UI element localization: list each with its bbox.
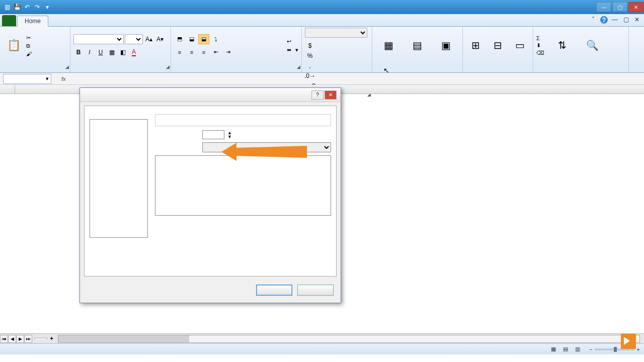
number-format-combo[interactable] [305,28,367,38]
delete-cells-button[interactable]: ⊟ [488,39,508,52]
cancel-button[interactable] [297,285,334,296]
format-cells-dialog: ? ✕ ▲▼ [79,87,341,303]
cell-styles-icon: ▣ [441,39,451,51]
decrease-indent-icon[interactable]: ⇤ [210,47,221,57]
increase-font-icon[interactable]: A▴ [144,34,154,44]
category-list[interactable] [90,119,148,238]
align-left-icon[interactable]: ≡ [174,47,185,57]
minimize-ribbon-icon[interactable]: ˅ [589,16,597,24]
font-size-combo[interactable] [125,34,143,44]
alignment-launcher-icon[interactable]: ◢ [297,64,300,69]
tab-home[interactable]: Home [17,16,48,27]
format-cells-button[interactable]: ▭ [510,39,530,52]
paste-button[interactable]: 📋 [3,39,24,53]
logo-icon [621,334,636,349]
merge-center-button[interactable]: ⬌▾ [287,47,298,53]
close-button[interactable]: ✕ [628,2,643,12]
title-bar: ▥ 💾 ↶ ↷ ▾ — ▢ ✕ [0,0,644,14]
clipboard-launcher-icon[interactable]: ◢ [65,64,69,69]
font-color-button[interactable]: A [129,47,139,57]
sheet-nav-last-icon[interactable]: ⏭ [24,335,32,343]
orientation-icon[interactable]: ⤵ [210,34,221,44]
excel-icon: ▥ [3,3,11,11]
fill-button[interactable]: ⬇ [536,42,546,49]
sort-icon: ⇅ [558,39,567,51]
view-normal-icon[interactable]: ▦ [551,346,556,352]
redo-icon[interactable]: ↷ [33,3,41,11]
sort-filter-button[interactable]: ⇅ [548,39,576,52]
merge-icon: ⬌ [287,47,291,53]
copy-icon: ⧉ [26,43,30,49]
negative-numbers-list[interactable] [155,155,331,216]
exceljet-logo [618,334,636,349]
formula-input[interactable] [74,75,644,82]
sheet-nav-prev-icon[interactable]: ◀ [8,335,16,343]
fill-color-button[interactable]: ◧ [118,47,128,57]
delete-icon: ⊟ [494,39,502,51]
status-bar: ▦ ▤ ▥ −+ [0,343,644,354]
paste-icon: 📋 [7,39,21,52]
font-launcher-icon[interactable]: ◢ [166,64,170,69]
ribbon-tabs: Home ˅ ? — ▢ ✕ [0,14,644,27]
save-icon[interactable]: 💾 [13,3,21,11]
font-name-combo[interactable] [73,34,124,44]
cell-styles-button[interactable]: ▣ [433,39,459,52]
view-layout-icon[interactable]: ▤ [563,346,568,352]
name-box[interactable]: ▾ [3,74,51,84]
symbol-combo[interactable] [202,142,331,152]
new-sheet-icon[interactable]: ✦ [49,335,54,342]
sheet-nav-next-icon[interactable]: ▶ [16,335,24,343]
brush-icon: 🖌 [26,51,32,57]
format-as-table-button[interactable]: ▤ [404,39,431,52]
fx-icon[interactable]: fx [61,76,66,82]
horizontal-scrollbar[interactable] [58,335,640,343]
format-painter-button[interactable]: 🖌 [26,51,34,57]
help-icon[interactable]: ? [600,16,608,24]
window-controls: — ▢ ✕ [596,2,644,12]
qat-dropdown-icon[interactable]: ▾ [43,3,51,11]
underline-button[interactable]: U [96,47,106,57]
find-select-button[interactable]: 🔍 [578,39,606,52]
align-middle-icon[interactable]: ⬓ [186,34,197,44]
minimize-button[interactable]: — [596,2,611,12]
border-button[interactable]: ▦ [107,47,117,57]
italic-button[interactable]: I [85,47,95,57]
percent-icon[interactable]: % [305,51,315,61]
select-all-corner[interactable] [0,85,15,94]
autosum-button[interactable]: Σ [536,35,546,41]
cut-button[interactable]: ✂ [26,35,34,41]
wrap-icon: ↩ [287,38,291,45]
clear-button[interactable]: ⌫ [536,50,546,56]
wrap-text-button[interactable]: ↩ [287,38,298,45]
currency-icon[interactable]: $ [305,41,315,51]
align-center-icon[interactable]: ≡ [186,47,197,57]
sheet-nav-first-icon[interactable]: ⏮ [0,335,8,343]
dialog-help-button[interactable]: ? [311,90,324,100]
file-tab[interactable] [2,15,16,26]
ribbon-min-window-icon[interactable]: — [611,16,619,24]
insert-icon: ⊞ [471,39,480,51]
sheet-tab[interactable] [34,338,47,339]
comma-icon[interactable]: , [305,61,315,71]
insert-cells-button[interactable]: ⊞ [466,39,486,52]
cut-icon: ✂ [26,35,31,41]
copy-button[interactable]: ⧉ [26,43,34,49]
align-right-icon[interactable]: ≡ [198,47,209,57]
sheet-tabs-bar: ⏮ ◀ ▶ ⏭ ✦ [0,333,644,343]
view-break-icon[interactable]: ▥ [575,346,580,352]
conditional-formatting-button[interactable]: ▦ [375,39,402,52]
bold-button[interactable]: B [73,47,84,57]
decrease-font-icon[interactable]: A▾ [155,34,165,44]
increase-indent-icon[interactable]: ⇥ [222,47,233,57]
quick-access-toolbar: ▥ 💾 ↶ ↷ ▾ [0,3,54,11]
align-top-icon[interactable]: ⬒ [174,34,185,44]
spinner-icon[interactable]: ▲▼ [227,131,232,139]
decimal-places-input[interactable] [202,130,224,139]
maximize-button[interactable]: ▢ [612,2,627,12]
ok-button[interactable] [256,285,292,296]
ribbon-close-icon[interactable]: ✕ [633,16,641,24]
ribbon-restore-icon[interactable]: ▢ [622,16,630,24]
undo-icon[interactable]: ↶ [23,3,31,11]
align-bottom-icon[interactable]: ⬓ [198,34,209,44]
dialog-close-button[interactable]: ✕ [325,90,337,100]
